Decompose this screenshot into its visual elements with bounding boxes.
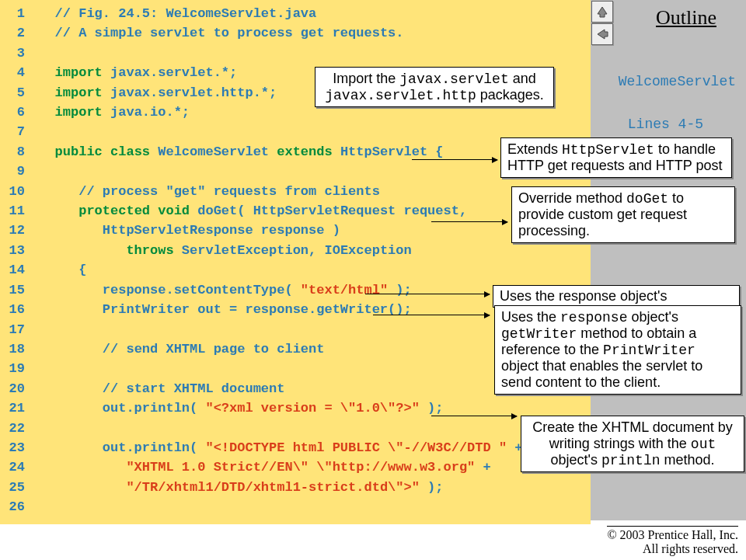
callout-create: Create the XHTML document by writing str… [521,416,744,472]
code-token: "<?xml version = \"1.0\"?>" [205,398,419,418]
code-token [31,339,103,359]
callout-mono: response [560,310,627,325]
code-token: "<!DOCTYPE html PUBLIC \"-//W3C//DTD " [205,438,507,457]
line-number: 15 [0,280,31,300]
code-token [31,379,103,398]
line-number: 2 [0,23,31,43]
code-token [31,457,126,477]
code-token [31,63,55,82]
code-token: "text/html" [301,280,388,300]
callout-text: Uses the [501,309,560,325]
line-number: 17 [0,320,31,339]
code-line: 3 [0,43,591,63]
line-number: 3 [0,43,31,63]
line-number: 11 [0,201,31,221]
callout-text: Uses the response object's [500,288,668,304]
code-token [31,103,55,122]
callout-text: Import the [333,71,399,86]
code-token: "XHTML 1.0 Strict//EN\" \"http://www.w3.… [126,457,475,477]
nav-left-icon[interactable] [591,23,613,45]
line-number: 4 [0,63,31,82]
footer: © 2003 Prentice Hall, Inc. All rights re… [607,526,738,556]
svg-marker-0 [598,30,608,39]
footer-line2: All rights reserved. [643,542,738,555]
code-line: 11 protected void doGet( HttpServletRequ… [0,201,591,221]
code-token: response.setContentType( [31,280,301,300]
code-token: "/TR/xhtml1/DTD/xhtml1-strict.dtd\">" [126,478,419,497]
code-token: // A simple servlet to process get reque… [55,23,404,43]
code-token: javax.servlet.http.*; [103,83,277,103]
line-number: 23 [0,438,31,457]
line-number: 6 [0,103,31,122]
code-token: out.println( [31,438,205,457]
code-token: { [31,260,86,280]
line-number: 18 [0,339,31,359]
code-token: import [55,63,103,82]
callout-mono: javax.servlet.http [325,88,476,103]
callout-setcontent: Uses the response object's [493,285,740,308]
line-number: 19 [0,359,31,378]
code-token: ); [420,478,444,497]
code-token: // Fig. 24.5: WelcomeServlet.java [55,4,317,23]
callout-override: Override method doGet to provide custom … [511,186,735,243]
code-token [31,23,55,43]
callout-mono: println [601,453,661,468]
code-token: public class [55,142,150,162]
line-number: 5 [0,83,31,103]
code-token: ServletException, IOException [174,241,412,260]
code-line: 26 [0,497,591,517]
arrow-println [431,416,517,416]
code-token: PrintWriter out = response.getWriter(); [31,300,412,319]
arrow-setcontent [365,294,490,294]
code-line: 13 throws ServletException, IOException [0,241,591,260]
arrow-doget [431,221,507,222]
callout-mono: javax.servlet [399,71,508,87]
code-token: WelcomeServlet [150,142,277,162]
code-token [31,182,78,201]
outline-heading: Outline [656,6,716,30]
code-line: 24 "XHTML 1.0 Strict//EN\" \"http://www.… [0,457,591,477]
arrow-getwriter [373,315,490,315]
code-token: // process "get" requests from clients [78,182,380,201]
arrow-extends [412,159,497,160]
code-token: // send XHTML page to client [103,339,325,359]
code-token: extends [277,142,332,162]
code-token: protected void [78,201,190,221]
side-lines: Lines 4-5 [628,117,703,132]
callout-text: object that enables the servlet to send … [501,358,702,390]
line-number: 14 [0,260,31,280]
callout-getwriter: Uses the response object's getWriter met… [494,305,741,395]
line-number: 12 [0,221,31,240]
code-token [31,83,55,103]
code-token: // start XHTML document [103,379,285,398]
callout-text: Extends [507,141,562,157]
callout-mono: PrintWriter [603,343,695,358]
callout-text: Override method [518,190,626,206]
code-token: java.io.*; [103,103,190,122]
code-token [31,142,55,162]
code-line: 25 "/TR/xhtml1/DTD/xhtml1-strict.dtd\">"… [0,478,591,497]
code-token: import [55,83,103,103]
code-token: doGet( HttpServletRequest request, [190,201,467,221]
line-number: 10 [0,182,31,201]
footer-line1: © 2003 Prentice Hall, Inc. [607,528,738,541]
callout-text: and [509,71,536,86]
line-number: 21 [0,398,31,418]
code-line: 23 out.println( "<!DOCTYPE html PUBLIC \… [0,438,591,457]
callout-mono: doGet [626,191,668,207]
code-token: + [475,457,490,477]
code-token: ); [388,280,412,300]
corner-icons [591,0,629,46]
code-line: 22 [0,419,591,438]
code-line: 14 { [0,260,591,280]
code-token [31,241,126,260]
line-number: 1 [0,4,31,23]
side-class-name: WelcomeServlet [619,74,736,89]
callout-extends: Extends HttpServlet to handle HTTP get r… [500,137,732,178]
callout-text: object's [627,309,678,325]
code-line: 2 // A simple servlet to process get req… [0,23,591,43]
code-token: import [55,103,103,122]
callout-import: Import the javax.servlet and javax.servl… [315,67,554,107]
line-number: 13 [0,241,31,260]
nav-up-icon[interactable] [591,1,613,23]
